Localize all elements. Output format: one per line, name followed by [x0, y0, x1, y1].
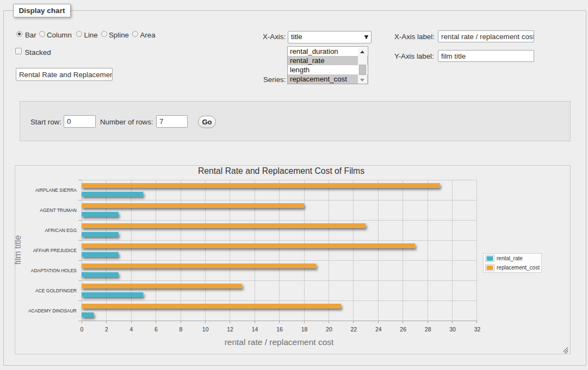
svg-text:18: 18: [301, 326, 308, 333]
svg-text:12: 12: [227, 326, 233, 333]
svg-text:AIRPLANE SIERRA: AIRPLANE SIERRA: [35, 187, 77, 193]
svg-text:Rental Rate and Replacement Co: Rental Rate and Replacement Cost of Film…: [198, 166, 364, 175]
svg-text:10: 10: [202, 326, 209, 333]
svg-text:20: 20: [326, 326, 332, 333]
svg-text:32: 32: [474, 326, 481, 333]
svg-text:30: 30: [449, 326, 456, 333]
svg-text:rental_rate: rental_rate: [497, 255, 523, 261]
svg-text:AFRICAN EGG: AFRICAN EGG: [45, 228, 77, 233]
svg-text:ACE GOLDFINGER: ACE GOLDFINGER: [35, 288, 77, 293]
svg-text:26: 26: [400, 326, 406, 333]
svg-text:AGENT TRUMAN: AGENT TRUMAN: [40, 208, 77, 213]
svg-text:0: 0: [81, 326, 84, 333]
svg-text:16: 16: [276, 326, 283, 333]
svg-text:rental rate / replacement cost: rental rate / replacement cost: [225, 337, 334, 347]
svg-text:AFFAIR PREJUDICE: AFFAIR PREJUDICE: [33, 248, 77, 253]
svg-text:8: 8: [179, 326, 182, 333]
svg-text:14: 14: [252, 326, 258, 333]
svg-text:24: 24: [375, 326, 382, 333]
svg-text:film title: film title: [15, 235, 22, 265]
svg-text:replacement_cost: replacement_cost: [497, 265, 540, 271]
svg-text:ACADEMY DINOSAUR: ACADEMY DINOSAUR: [28, 308, 77, 313]
svg-text:6: 6: [154, 326, 158, 333]
svg-text:28: 28: [425, 326, 431, 333]
svg-text:2: 2: [105, 326, 108, 333]
svg-text:ADAPTATION HOLES: ADAPTATION HOLES: [31, 268, 77, 273]
svg-text:4: 4: [129, 326, 133, 333]
svg-text:22: 22: [350, 326, 357, 333]
